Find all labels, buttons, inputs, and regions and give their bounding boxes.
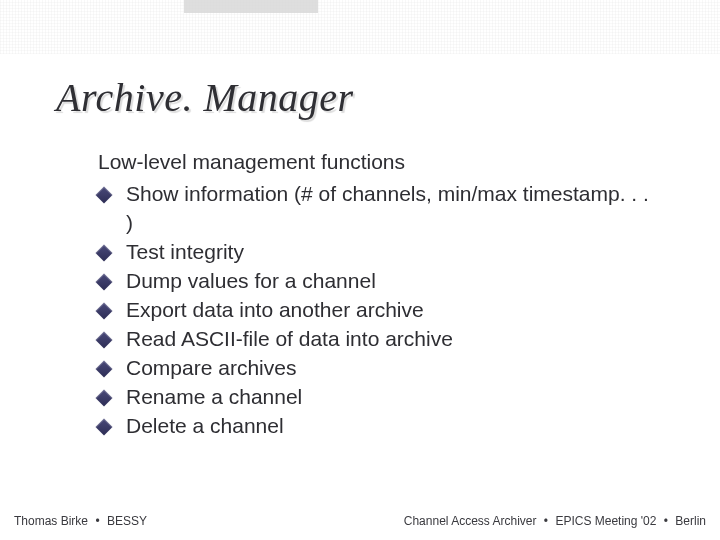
footer-author: Thomas Birke xyxy=(14,514,88,528)
footer-place: Berlin xyxy=(675,514,706,528)
list-item-label: Rename a channel xyxy=(126,385,302,408)
list-item: Test integrity xyxy=(98,238,658,267)
diamond-bullet-icon xyxy=(96,303,113,320)
intro-text: Low-level management functions xyxy=(98,150,658,174)
slide-title: Archive. Manager xyxy=(56,74,354,121)
list-item: Rename a channel xyxy=(98,383,658,412)
footer-right: Channel Access Archiver • EPICS Meeting … xyxy=(404,514,706,528)
diamond-bullet-icon xyxy=(96,419,113,436)
list-item: Delete a channel xyxy=(98,412,658,441)
diamond-bullet-icon xyxy=(96,187,113,204)
diamond-bullet-icon xyxy=(96,274,113,291)
separator-dot: • xyxy=(664,514,668,528)
list-item: Show information (# of channels, min/max… xyxy=(98,180,658,238)
header-texture xyxy=(0,0,720,54)
list-item: Dump values for a channel xyxy=(98,267,658,296)
footer: Thomas Birke • BESSY Channel Access Arch… xyxy=(0,514,720,528)
separator-dot: • xyxy=(544,514,548,528)
list-item: Compare archives xyxy=(98,354,658,383)
list-item-label: Show information (# of channels, min/max… xyxy=(126,182,649,234)
list-item-label: Read ASCII-file of data into archive xyxy=(126,327,453,350)
separator-dot: • xyxy=(95,514,99,528)
footer-left: Thomas Birke • BESSY xyxy=(14,514,147,528)
diamond-bullet-icon xyxy=(96,332,113,349)
list-item: Export data into another archive xyxy=(98,296,658,325)
diamond-bullet-icon xyxy=(96,390,113,407)
list-item-label: Compare archives xyxy=(126,356,296,379)
bullet-list: Show information (# of channels, min/max… xyxy=(98,180,658,441)
list-item-label: Export data into another archive xyxy=(126,298,424,321)
tab-shadow xyxy=(184,0,318,13)
list-item-label: Test integrity xyxy=(126,240,244,263)
slide-content: Low-level management functions Show info… xyxy=(98,150,658,441)
footer-event: EPICS Meeting '02 xyxy=(555,514,656,528)
diamond-bullet-icon xyxy=(96,245,113,262)
diamond-bullet-icon xyxy=(96,361,113,378)
footer-app: Channel Access Archiver xyxy=(404,514,537,528)
list-item-label: Delete a channel xyxy=(126,414,284,437)
list-item-label: Dump values for a channel xyxy=(126,269,376,292)
footer-org: BESSY xyxy=(107,514,147,528)
list-item: Read ASCII-file of data into archive xyxy=(98,325,658,354)
